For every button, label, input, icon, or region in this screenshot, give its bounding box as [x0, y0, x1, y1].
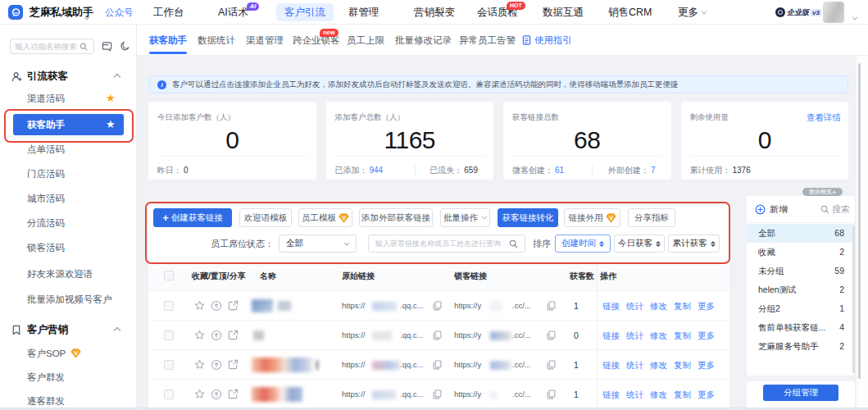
- copy-icon[interactable]: [547, 330, 556, 340]
- group-item-芝麻服务号助手[interactable]: 芝麻服务号助手2: [747, 337, 855, 356]
- favorite-star-icon[interactable]: [194, 389, 205, 399]
- page-scrollbar-thumb[interactable]: [858, 63, 861, 379]
- toolbar-button-批量操作[interactable]: 批量操作: [440, 208, 490, 227]
- row-checkbox[interactable]: [164, 390, 174, 399]
- pin-top-icon[interactable]: [211, 389, 222, 400]
- group-list-scrollbar[interactable]: [852, 226, 855, 373]
- action-link-统计[interactable]: 统计: [626, 321, 643, 350]
- view-details-link[interactable]: 查看详情: [807, 112, 841, 124]
- sidebar-search-input[interactable]: [10, 39, 94, 54]
- tab-批量修改记录[interactable]: 批量修改记录: [395, 25, 452, 56]
- sidebar-item-获客助手[interactable]: 获客助手★: [13, 114, 124, 135]
- nav-item-工作台[interactable]: 工作台: [153, 0, 184, 25]
- nav-item-AI话术[interactable]: AI话术AI: [218, 0, 248, 25]
- action-link-复制[interactable]: 复制: [674, 321, 691, 350]
- pin-top-icon[interactable]: [211, 300, 222, 312]
- add-group-button[interactable]: 新增: [755, 196, 788, 223]
- tab-渠道管理[interactable]: 渠道管理: [246, 25, 284, 56]
- tab-员工上限[interactable]: 员工上限: [347, 25, 384, 56]
- app-logo-icon[interactable]: [8, 5, 23, 20]
- copy-icon[interactable]: [547, 360, 556, 370]
- share-link-icon[interactable]: [228, 359, 239, 370]
- toolbar-button-链接外用[interactable]: 链接外用: [564, 208, 620, 227]
- chevron-up-icon[interactable]: [115, 71, 120, 82]
- overview-collapse-pill[interactable]: 数据概览: [802, 188, 843, 196]
- user-avatar[interactable]: [823, 2, 844, 23]
- group-item-未分组[interactable]: 未分组59: [747, 262, 855, 280]
- action-link-统计[interactable]: 统计: [626, 350, 643, 380]
- tab-异常员工告警[interactable]: 异常员工告警: [459, 25, 516, 56]
- favorite-star-icon[interactable]: [194, 330, 205, 340]
- action-link-链接[interactable]: 链接: [602, 321, 620, 350]
- usage-guide-link[interactable]: 使用指引: [522, 25, 572, 56]
- action-link-统计[interactable]: 统计: [626, 291, 643, 321]
- sort-button-创建时间[interactable]: 创建时间: [555, 235, 611, 253]
- action-link-链接[interactable]: 链接: [602, 380, 620, 408]
- tab-跨企业锁客[interactable]: 跨企业锁客new: [293, 25, 340, 56]
- action-link-修改[interactable]: 修改: [650, 350, 667, 380]
- nav-item-会话质检[interactable]: 会话质检HOT: [477, 0, 518, 25]
- nav-item-群管理[interactable]: 群管理: [348, 0, 379, 25]
- copy-icon[interactable]: [433, 360, 442, 370]
- favorite-star-icon[interactable]: [194, 300, 205, 311]
- panel-toggle-icon[interactable]: [102, 41, 112, 52]
- nav-item-客户引流[interactable]: 客户引流: [276, 3, 334, 21]
- action-link-复制[interactable]: 复制: [674, 291, 691, 321]
- select-all-checkbox[interactable]: [164, 271, 174, 280]
- group-manage-button[interactable]: 分组管理: [763, 385, 838, 401]
- pin-top-icon[interactable]: [211, 330, 222, 341]
- sort-button-累计获客[interactable]: 累计获客: [668, 235, 720, 253]
- share-link-icon[interactable]: [228, 300, 239, 311]
- action-link-复制[interactable]: 复制: [674, 380, 691, 408]
- copy-icon[interactable]: [547, 301, 556, 311]
- toolbar-button-添加外部获客链接[interactable]: 添加外部获客链接: [359, 208, 433, 227]
- row-checkbox[interactable]: [164, 360, 174, 370]
- action-link-修改[interactable]: 修改: [650, 321, 667, 350]
- group-search-button[interactable]: 搜索: [820, 196, 850, 223]
- link-search-input[interactable]: [368, 235, 525, 253]
- app-title-caret-icon[interactable]: [84, 11, 89, 22]
- nav-item-营销裂变[interactable]: 营销裂变: [414, 0, 455, 25]
- toolbar-button-员工模板[interactable]: 员工模板: [298, 208, 352, 227]
- sidebar-item-分流活码[interactable]: 分流活码: [0, 212, 137, 234]
- dark-mode-moon-icon[interactable]: [120, 41, 130, 52]
- copy-icon[interactable]: [547, 390, 556, 399]
- favorite-star-icon[interactable]: ★: [106, 88, 116, 109]
- sidebar-item-批量添加视频号客户[interactable]: 批量添加视频号客户: [0, 289, 137, 310]
- action-link-修改[interactable]: 修改: [650, 380, 667, 408]
- sidebar-item-客户群发[interactable]: 客户群发: [0, 367, 137, 388]
- toolbar-button-创建获客链接[interactable]: +创建获客链接: [153, 208, 232, 227]
- official-account-link[interactable]: 公众号: [105, 0, 134, 25]
- group-item-收藏[interactable]: 收藏2: [747, 243, 855, 262]
- toolbar-button-分享指标[interactable]: 分享指标: [628, 208, 675, 227]
- nav-item-更多[interactable]: 更多: [678, 0, 707, 25]
- sidebar-item-门店活码[interactable]: 门店活码: [0, 163, 137, 184]
- group-item-全部[interactable]: 全部68: [747, 224, 855, 243]
- nav-item-数据互通[interactable]: 数据互通: [543, 0, 584, 25]
- sidebar-section-引流获客[interactable]: 引流获客: [0, 68, 137, 84]
- sidebar-section-客户营销[interactable]: 客户营销: [0, 321, 137, 338]
- action-link-链接[interactable]: 链接: [602, 350, 620, 380]
- action-link-更多[interactable]: 更多: [698, 291, 715, 321]
- action-link-更多[interactable]: 更多: [698, 350, 715, 380]
- sidebar-item-好友来源欢迎语[interactable]: 好友来源欢迎语: [0, 263, 137, 285]
- group-item-分组2[interactable]: 分组21: [747, 299, 855, 318]
- sidebar-item-锁客活码[interactable]: 锁客活码: [0, 237, 137, 258]
- action-link-更多[interactable]: 更多: [698, 321, 715, 350]
- copy-icon[interactable]: [433, 301, 442, 311]
- sidebar-item-点单活码[interactable]: 点单活码: [0, 139, 137, 160]
- sort-button-今日获客[interactable]: 今日获客: [614, 235, 665, 253]
- row-checkbox[interactable]: [164, 301, 174, 311]
- sidebar-search-field[interactable]: [15, 42, 77, 51]
- sidebar-item-渠道活码[interactable]: 渠道活码★: [0, 88, 137, 109]
- copy-icon[interactable]: [433, 390, 442, 399]
- favorite-star-icon[interactable]: [194, 359, 205, 370]
- copy-icon[interactable]: [433, 330, 442, 340]
- action-link-链接[interactable]: 链接: [602, 291, 620, 321]
- tab-获客助手[interactable]: 获客助手: [149, 25, 187, 56]
- toolbar-button-欢迎语模板[interactable]: 欢迎语模板: [239, 208, 292, 227]
- row-checkbox[interactable]: [164, 330, 174, 340]
- seat-status-select[interactable]: 全部: [279, 235, 357, 253]
- pin-top-icon[interactable]: [211, 359, 222, 371]
- favorite-star-icon[interactable]: ★: [106, 114, 116, 135]
